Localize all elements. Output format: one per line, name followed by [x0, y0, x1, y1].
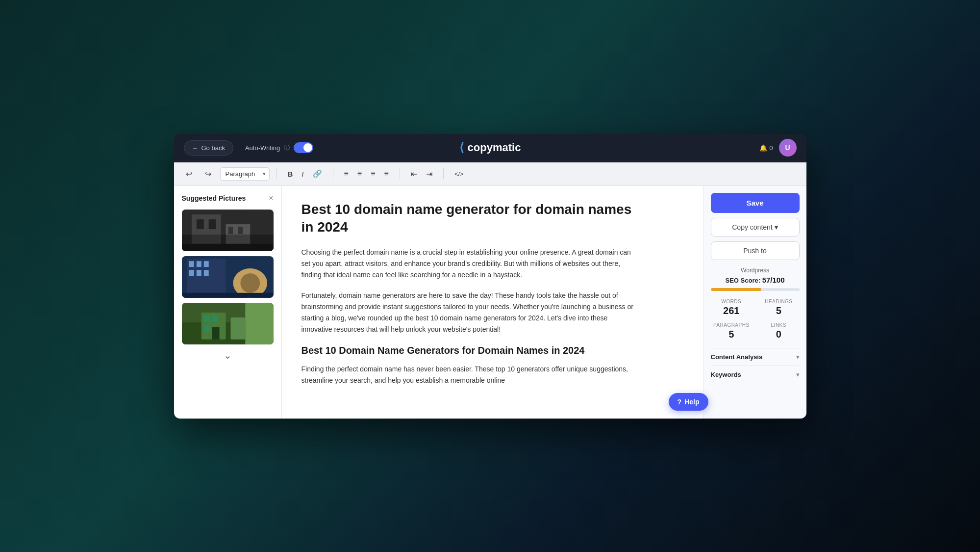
app-logo: ⟨ copymatic — [459, 141, 521, 155]
paragraph-select-wrapper: Paragraph Heading 1 Heading 2 Heading 3 — [220, 167, 270, 181]
indent-decrease-button[interactable]: ⇤ — [407, 166, 421, 182]
svg-rect-12 — [203, 261, 208, 267]
editor-area[interactable]: Best 10 domain name generator for domain… — [282, 186, 704, 419]
content-analysis-row[interactable]: Content Analysis ▾ — [711, 348, 800, 366]
chevron-down-icon: ▾ — [775, 223, 778, 231]
align-left-button[interactable]: ≡ — [340, 166, 352, 181]
svg-rect-14 — [196, 270, 201, 276]
nav-left: ← Go back Auto-Writing ⓘ — [184, 140, 314, 156]
copy-content-button[interactable]: Copy content ▾ — [711, 218, 800, 237]
article-heading-2: Best 10 Domain Name Generators for Domai… — [302, 344, 635, 357]
notification-count: 0 — [769, 144, 773, 152]
seo-score-text: SEO Score: — [725, 277, 760, 284]
redo-button[interactable]: ↪ — [201, 166, 215, 182]
top-navigation: ← Go back Auto-Writing ⓘ ⟨ copymatic 🔔 0… — [174, 134, 806, 162]
svg-rect-13 — [189, 270, 194, 276]
headings-label: HEADINGS — [758, 299, 800, 304]
right-sidebar: Save Copy content ▾ Push to Wordpress SE… — [704, 186, 806, 419]
seo-score-label: SEO Score: 57/100 — [711, 276, 800, 284]
align-center-button[interactable]: ≡ — [353, 166, 366, 181]
go-back-label: Go back — [201, 144, 225, 152]
keywords-label: Keywords — [711, 371, 741, 378]
svg-rect-18 — [182, 292, 274, 297]
article-title: Best 10 domain name generator for domain… — [302, 201, 635, 237]
svg-rect-10 — [189, 261, 194, 267]
svg-rect-26 — [230, 317, 245, 340]
link-button[interactable]: 🔗 — [309, 166, 326, 181]
help-button[interactable]: ? Help — [669, 393, 708, 411]
sidebar-header: Suggested Pictures × — [182, 194, 274, 203]
indent-increase-button[interactable]: ⇥ — [422, 166, 436, 182]
words-value: 261 — [711, 305, 753, 316]
headings-value: 5 — [758, 305, 800, 316]
push-to-button[interactable]: Push to — [711, 241, 800, 260]
svg-rect-27 — [245, 303, 274, 344]
toolbar-divider-4 — [443, 168, 444, 179]
auto-writing-toggle: Auto-Writing ⓘ — [245, 142, 313, 153]
svg-rect-25 — [212, 327, 219, 339]
italic-button[interactable]: I — [298, 167, 307, 181]
load-more-pictures[interactable]: ⌄ — [182, 349, 274, 361]
chevron-down-icon: ⌄ — [224, 349, 232, 361]
headings-stat: HEADINGS 5 — [758, 299, 800, 316]
align-justify-button[interactable]: ≡ — [380, 166, 393, 181]
picture-item-1[interactable] — [182, 210, 274, 251]
svg-rect-22 — [203, 315, 209, 322]
auto-writing-switch[interactable] — [294, 142, 313, 153]
bell-icon: 🔔 — [759, 144, 767, 152]
paragraphs-label: PARAGRAPHS — [711, 322, 753, 328]
code-button[interactable]: </> — [451, 167, 468, 181]
picture-item-3[interactable] — [182, 303, 274, 344]
svg-rect-11 — [196, 261, 201, 267]
article-paragraph-1: Choosing the perfect domain name is a cr… — [302, 247, 635, 281]
svg-rect-7 — [182, 243, 274, 251]
auto-writing-label: Auto-Writing — [245, 144, 280, 152]
close-sidebar-button[interactable]: × — [269, 194, 273, 203]
svg-rect-2 — [196, 219, 203, 229]
keywords-row[interactable]: Keywords ▾ — [711, 366, 800, 383]
article-paragraph-3: Finding the perfect domain name has neve… — [302, 364, 635, 386]
save-button[interactable]: Save — [711, 193, 800, 213]
toolbar-divider-2 — [333, 168, 333, 179]
sidebar-title: Suggested Pictures — [182, 194, 246, 202]
chevron-down-icon: ▾ — [796, 371, 800, 378]
svg-rect-5 — [228, 227, 233, 234]
paragraph-select[interactable]: Paragraph Heading 1 Heading 2 Heading 3 — [220, 167, 270, 181]
svg-rect-23 — [212, 315, 218, 322]
links-value: 0 — [758, 329, 800, 340]
article-paragraph-2: Fortunately, domain name generators are … — [302, 290, 635, 335]
content-analysis-label: Content Analysis — [711, 353, 763, 361]
toolbar-divider-1 — [276, 168, 277, 179]
wordpress-label: Wordpress — [711, 267, 800, 274]
align-right-button[interactable]: ≡ — [367, 166, 379, 181]
logo-text: copymatic — [468, 141, 521, 154]
avatar[interactable]: U — [779, 139, 797, 157]
copy-content-label: Copy content — [732, 223, 773, 231]
links-stat: LINKS 0 — [758, 322, 800, 340]
seo-score-number: 57 — [762, 276, 771, 284]
links-label: LINKS — [758, 322, 800, 328]
seo-score-fill — [711, 288, 761, 291]
words-stat: WORDS 261 — [711, 299, 753, 316]
toolbar-divider-3 — [400, 168, 400, 179]
question-icon: ⓘ — [284, 144, 290, 152]
arrow-left-icon: ← — [192, 144, 199, 152]
picture-item-2[interactable] — [182, 256, 274, 298]
svg-rect-15 — [203, 270, 208, 276]
help-label: Help — [684, 398, 699, 406]
notification-badge[interactable]: 🔔 0 — [759, 144, 773, 152]
go-back-button[interactable]: ← Go back — [184, 140, 233, 156]
format-group: B I 🔗 — [284, 166, 326, 181]
undo-button[interactable]: ↩ — [182, 166, 196, 182]
content-stats: WORDS 261 HEADINGS 5 PARAGRAPHS 5 LINKS … — [711, 299, 800, 340]
picture-2-image — [182, 256, 274, 298]
svg-rect-1 — [191, 214, 221, 244]
bold-button[interactable]: B — [284, 167, 297, 181]
words-label: WORDS — [711, 299, 753, 304]
svg-rect-24 — [203, 324, 209, 332]
pictures-sidebar: Suggested Pictures × — [174, 186, 282, 419]
align-group: ≡ ≡ ≡ ≡ — [340, 166, 393, 181]
paragraphs-stat: PARAGRAPHS 5 — [711, 322, 753, 340]
seo-score-bar — [711, 288, 800, 291]
picture-3-image — [182, 303, 274, 344]
